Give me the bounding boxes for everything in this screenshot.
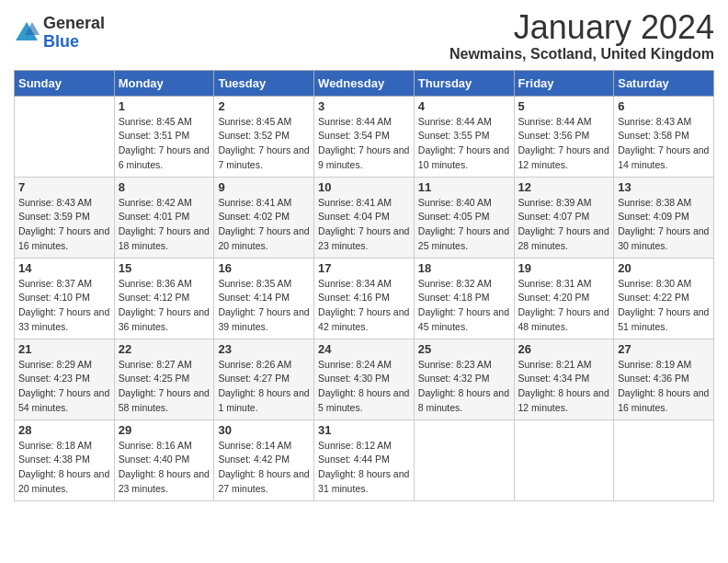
location-title: Newmains, Scotland, United Kingdom [449,46,714,63]
calendar-cell: 16Sunrise: 8:35 AMSunset: 4:14 PMDayligh… [214,258,314,339]
calendar-cell: 25Sunrise: 8:23 AMSunset: 4:32 PMDayligh… [414,339,514,419]
day-number: 1 [119,99,210,113]
day-info: Sunrise: 8:18 AMSunset: 4:38 PMDaylight:… [18,439,110,497]
logo-icon [14,20,40,46]
day-info: Sunrise: 8:39 AMSunset: 4:07 PMDaylight:… [518,196,610,254]
week-row-0: 1Sunrise: 8:45 AMSunset: 3:51 PMDaylight… [15,96,714,177]
calendar-cell: 2Sunrise: 8:45 AMSunset: 3:52 PMDaylight… [214,96,314,177]
calendar-cell [15,96,115,177]
calendar-cell: 12Sunrise: 8:39 AMSunset: 4:07 PMDayligh… [514,177,614,258]
day-info: Sunrise: 8:44 AMSunset: 3:55 PMDaylight:… [418,115,510,173]
day-info: Sunrise: 8:27 AMSunset: 4:25 PMDaylight:… [119,358,210,416]
calendar-cell: 24Sunrise: 8:24 AMSunset: 4:30 PMDayligh… [314,339,415,419]
header-monday: Monday [114,70,214,96]
day-info: Sunrise: 8:21 AMSunset: 4:34 PMDaylight:… [518,358,610,416]
calendar-cell: 3Sunrise: 8:44 AMSunset: 3:54 PMDaylight… [314,96,415,177]
day-info: Sunrise: 8:14 AMSunset: 4:42 PMDaylight:… [218,439,310,497]
calendar-cell: 20Sunrise: 8:30 AMSunset: 4:22 PMDayligh… [614,258,714,339]
calendar-cell: 19Sunrise: 8:31 AMSunset: 4:20 PMDayligh… [514,258,614,339]
day-number: 7 [18,180,110,194]
day-number: 5 [518,99,610,113]
calendar-cell: 10Sunrise: 8:41 AMSunset: 4:04 PMDayligh… [314,177,415,258]
week-row-1: 7Sunrise: 8:43 AMSunset: 3:59 PMDaylight… [15,177,714,258]
day-number: 18 [418,261,510,275]
calendar-cell: 9Sunrise: 8:41 AMSunset: 4:02 PMDaylight… [214,177,314,258]
calendar-cell: 8Sunrise: 8:42 AMSunset: 4:01 PMDaylight… [114,177,214,258]
calendar-cell: 14Sunrise: 8:37 AMSunset: 4:10 PMDayligh… [15,258,115,339]
day-number: 6 [618,99,710,113]
calendar-cell: 17Sunrise: 8:34 AMSunset: 4:16 PMDayligh… [314,258,415,339]
header-friday: Friday [514,70,614,96]
day-number: 16 [218,261,310,275]
day-number: 19 [518,261,610,275]
calendar-cell: 31Sunrise: 8:12 AMSunset: 4:44 PMDayligh… [314,419,415,500]
header-wednesday: Wednesday [314,70,415,96]
calendar-cell: 29Sunrise: 8:16 AMSunset: 4:40 PMDayligh… [114,419,214,500]
day-info: Sunrise: 8:29 AMSunset: 4:23 PMDaylight:… [18,358,110,416]
calendar-cell: 6Sunrise: 8:43 AMSunset: 3:58 PMDaylight… [614,96,714,177]
day-info: Sunrise: 8:19 AMSunset: 4:36 PMDaylight:… [618,358,710,416]
calendar-cell: 13Sunrise: 8:38 AMSunset: 4:09 PMDayligh… [614,177,714,258]
day-number: 12 [518,180,610,194]
day-info: Sunrise: 8:45 AMSunset: 3:51 PMDaylight:… [119,115,210,173]
day-info: Sunrise: 8:43 AMSunset: 3:59 PMDaylight:… [18,196,110,254]
day-number: 25 [418,342,510,356]
day-number: 4 [418,99,510,113]
day-number: 2 [218,99,310,113]
week-row-3: 21Sunrise: 8:29 AMSunset: 4:23 PMDayligh… [15,339,714,419]
day-number: 27 [618,342,710,356]
day-info: Sunrise: 8:45 AMSunset: 3:52 PMDaylight:… [218,115,310,173]
header-row: SundayMondayTuesdayWednesdayThursdayFrid… [15,70,714,96]
calendar-cell: 15Sunrise: 8:36 AMSunset: 4:12 PMDayligh… [114,258,214,339]
day-info: Sunrise: 8:36 AMSunset: 4:12 PMDaylight:… [119,277,210,335]
day-info: Sunrise: 8:44 AMSunset: 3:56 PMDaylight:… [518,115,610,173]
calendar-cell [614,419,714,500]
day-number: 26 [518,342,610,356]
calendar-table: SundayMondayTuesdayWednesdayThursdayFrid… [14,70,714,501]
day-info: Sunrise: 8:41 AMSunset: 4:04 PMDaylight:… [318,196,410,254]
calendar-cell [514,419,614,500]
calendar-cell [414,419,514,500]
calendar-cell: 28Sunrise: 8:18 AMSunset: 4:38 PMDayligh… [15,419,115,500]
day-number: 15 [119,261,210,275]
day-number: 10 [318,180,410,194]
day-info: Sunrise: 8:24 AMSunset: 4:30 PMDaylight:… [318,358,410,416]
day-number: 31 [318,423,410,437]
header-sunday: Sunday [15,70,115,96]
day-number: 14 [18,261,110,275]
logo-blue-text: Blue [43,33,105,52]
day-info: Sunrise: 8:44 AMSunset: 3:54 PMDaylight:… [318,115,410,173]
logo-general-text: General [43,15,105,33]
day-number: 9 [218,180,310,194]
day-number: 3 [318,99,410,113]
day-number: 8 [119,180,210,194]
day-info: Sunrise: 8:42 AMSunset: 4:01 PMDaylight:… [119,196,210,254]
day-info: Sunrise: 8:38 AMSunset: 4:09 PMDaylight:… [618,196,710,254]
title-area: January 2024 Newmains, Scotland, United … [449,9,714,63]
day-number: 21 [18,342,110,356]
day-number: 20 [618,261,710,275]
day-number: 28 [18,423,110,437]
day-number: 17 [318,261,410,275]
calendar-cell: 11Sunrise: 8:40 AMSunset: 4:05 PMDayligh… [414,177,514,258]
day-info: Sunrise: 8:32 AMSunset: 4:18 PMDaylight:… [418,277,510,335]
day-info: Sunrise: 8:40 AMSunset: 4:05 PMDaylight:… [418,196,510,254]
day-info: Sunrise: 8:34 AMSunset: 4:16 PMDaylight:… [318,277,410,335]
day-number: 24 [318,342,410,356]
day-info: Sunrise: 8:35 AMSunset: 4:14 PMDaylight:… [218,277,310,335]
calendar-cell: 27Sunrise: 8:19 AMSunset: 4:36 PMDayligh… [614,339,714,419]
logo: General Blue [14,15,105,52]
calendar-cell: 30Sunrise: 8:14 AMSunset: 4:42 PMDayligh… [214,419,314,500]
header-tuesday: Tuesday [214,70,314,96]
calendar-cell: 7Sunrise: 8:43 AMSunset: 3:59 PMDaylight… [15,177,115,258]
day-number: 23 [218,342,310,356]
calendar-cell: 5Sunrise: 8:44 AMSunset: 3:56 PMDaylight… [514,96,614,177]
header-thursday: Thursday [414,70,514,96]
month-title: January 2024 [449,9,714,46]
calendar-cell: 21Sunrise: 8:29 AMSunset: 4:23 PMDayligh… [15,339,115,419]
calendar-cell: 1Sunrise: 8:45 AMSunset: 3:51 PMDaylight… [114,96,214,177]
calendar-cell: 18Sunrise: 8:32 AMSunset: 4:18 PMDayligh… [414,258,514,339]
day-info: Sunrise: 8:12 AMSunset: 4:44 PMDaylight:… [318,439,410,497]
day-info: Sunrise: 8:16 AMSunset: 4:40 PMDaylight:… [119,439,210,497]
calendar-cell: 22Sunrise: 8:27 AMSunset: 4:25 PMDayligh… [114,339,214,419]
